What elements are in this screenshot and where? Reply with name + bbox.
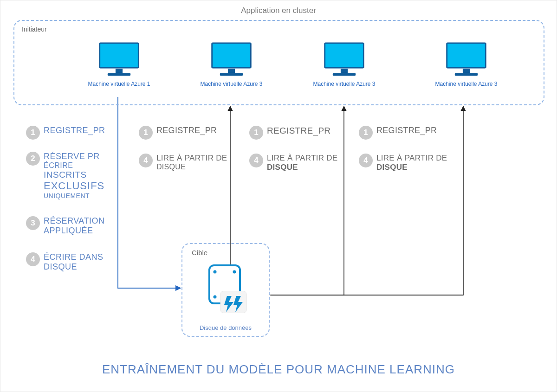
step-4: 4 LIRE À PARTIR DE DISQUE bbox=[139, 154, 236, 171]
disk-label: Disque de données bbox=[182, 324, 269, 331]
steps-column-2: 1 REGISTRE_PR 4 LIRE À PARTIR DE DISQUE bbox=[139, 126, 236, 185]
svg-rect-7 bbox=[341, 69, 348, 73]
monitor-icon bbox=[209, 41, 253, 77]
step-text: LIRE À PARTIR DE DISQUE bbox=[376, 154, 447, 172]
svg-rect-2 bbox=[108, 73, 130, 76]
vm-label: Machine virtuelle Azure 3 bbox=[200, 81, 262, 87]
step-badge: 4 bbox=[26, 252, 40, 266]
step-text: REGISTRE_PR bbox=[267, 126, 330, 136]
monitor-icon bbox=[322, 41, 366, 77]
initiator-container: Initiateur Machine virtuelle Azure 1 Mac… bbox=[13, 20, 544, 105]
diagram-title: ENTRAÎNEMENT DU MODÈLE POUR MACHINE LEAR… bbox=[0, 362, 557, 377]
steps-column-1: 1 REGISTRE_PR 2 RÉSERVE PR ÉCRIRE INSCRI… bbox=[26, 126, 119, 272]
step-4: 4 ÉCRIRE DANS DISQUE bbox=[26, 252, 119, 272]
step-badge: 2 bbox=[26, 152, 40, 166]
svg-point-14 bbox=[233, 270, 236, 274]
step-3: 3 RÉSERVATION APPLIQUÉE bbox=[26, 216, 119, 236]
monitor-icon bbox=[444, 41, 488, 77]
initiator-label: Initiateur bbox=[22, 26, 47, 33]
svg-rect-3 bbox=[212, 43, 251, 68]
svg-rect-5 bbox=[220, 73, 243, 76]
step-text: ÉCRIRE DANS DISQUE bbox=[44, 252, 104, 272]
step-1: 1 REGISTRE_PR bbox=[249, 126, 347, 140]
vm-label: Machine virtuelle Azure 1 bbox=[88, 81, 150, 87]
step-2: 2 RÉSERVE PR ÉCRIRE INSCRITS EXCLUSIFS U… bbox=[26, 152, 119, 199]
svg-rect-1 bbox=[116, 69, 123, 73]
step-text: REGISTRE_PR bbox=[376, 126, 437, 135]
step-badge: 1 bbox=[139, 126, 153, 140]
data-disk-icon bbox=[200, 263, 251, 318]
step-text: REGISTRE_PR bbox=[44, 126, 105, 135]
vm-4: Machine virtuelle Azure 3 bbox=[444, 41, 488, 79]
step-text: REGISTRE_PR bbox=[156, 126, 217, 135]
svg-rect-6 bbox=[325, 43, 364, 68]
step-4: 4 LIRE À PARTIR DE DISQUE bbox=[249, 154, 347, 172]
step-badge: 4 bbox=[359, 154, 373, 167]
svg-rect-4 bbox=[228, 69, 235, 73]
vm-label: Machine virtuelle Azure 3 bbox=[313, 81, 375, 87]
step-badge: 1 bbox=[249, 126, 263, 140]
step-text: RÉSERVATION APPLIQUÉE bbox=[44, 216, 105, 236]
vm-3: Machine virtuelle Azure 3 bbox=[322, 41, 366, 79]
svg-rect-11 bbox=[455, 73, 478, 76]
step-1: 1 REGISTRE_PR bbox=[26, 126, 119, 140]
svg-point-15 bbox=[214, 296, 217, 299]
vm-label: Machine virtuelle Azure 3 bbox=[435, 81, 497, 87]
svg-rect-9 bbox=[447, 43, 486, 68]
svg-rect-10 bbox=[463, 69, 470, 73]
step-badge: 1 bbox=[26, 126, 40, 140]
step-text: LIRE À PARTIR DE DISQUE bbox=[156, 154, 227, 171]
step-badge: 1 bbox=[359, 126, 373, 140]
step-badge: 4 bbox=[139, 154, 153, 167]
step-4: 4 LIRE À PARTIR DE DISQUE bbox=[359, 154, 456, 172]
app-title: Application en cluster bbox=[0, 6, 557, 15]
cible-label: Cible bbox=[192, 249, 207, 257]
svg-rect-0 bbox=[100, 43, 139, 68]
step-text: RÉSERVE PR ÉCRIRE INSCRITS EXCLUSIFS UNI… bbox=[44, 152, 104, 199]
step-badge: 4 bbox=[249, 154, 263, 167]
step-text: LIRE À PARTIR DE DISQUE bbox=[267, 154, 338, 172]
monitor-icon bbox=[97, 41, 141, 77]
step-badge: 3 bbox=[26, 216, 40, 230]
step-1: 1 REGISTRE_PR bbox=[359, 126, 456, 140]
vm-1: Machine virtuelle Azure 1 bbox=[97, 41, 141, 79]
vm-2: Machine virtuelle Azure 3 bbox=[209, 41, 253, 79]
cible-container: Cible Disque de données bbox=[181, 243, 270, 337]
svg-rect-8 bbox=[333, 73, 356, 76]
svg-point-13 bbox=[214, 270, 217, 274]
steps-column-3: 1 REGISTRE_PR 4 LIRE À PARTIR DE DISQUE bbox=[249, 126, 347, 186]
steps-column-4: 1 REGISTRE_PR 4 LIRE À PARTIR DE DISQUE bbox=[359, 126, 456, 186]
step-1: 1 REGISTRE_PR bbox=[139, 126, 236, 140]
